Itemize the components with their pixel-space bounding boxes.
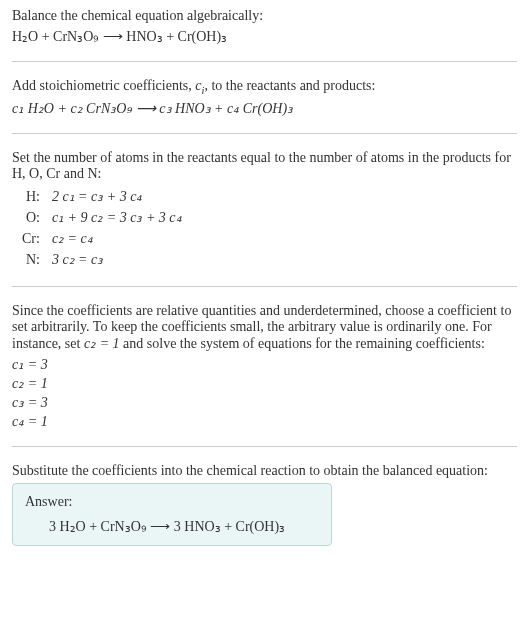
- atom-table: H: 2 c₁ = c₃ + 3 c₄ O: c₁ + 9 c₂ = 3 c₃ …: [16, 186, 188, 270]
- section-atoms: Set the number of atoms in the reactants…: [12, 133, 517, 270]
- atom-eq: 2 c₁ = c₃ + 3 c₄: [46, 186, 188, 207]
- atom-eq: c₂ = c₄: [46, 228, 188, 249]
- table-row: O: c₁ + 9 c₂ = 3 c₃ + 3 c₄: [16, 207, 188, 228]
- table-row: Cr: c₂ = c₄: [16, 228, 188, 249]
- atom-eq: c₁ + 9 c₂ = 3 c₃ + 3 c₄: [46, 207, 188, 228]
- atom-label: O:: [16, 207, 46, 228]
- section-coefficients: Add stoichiometric coefficients, ci, to …: [12, 61, 517, 117]
- atom-label: Cr:: [16, 228, 46, 249]
- atoms-intro: Set the number of atoms in the reactants…: [12, 150, 517, 182]
- unbalanced-equation: H₂O + CrN₃O₉ ⟶ HNO₃ + Cr(OH)₃: [12, 28, 517, 45]
- coef-value: c₁ = 3: [12, 356, 517, 373]
- solve-text-b: and solve the system of equations for th…: [120, 336, 485, 351]
- atom-label: N:: [16, 249, 46, 270]
- coef-text-a: Add stoichiometric coefficients,: [12, 78, 195, 93]
- coef-value: c₃ = 3: [12, 394, 517, 411]
- answer-box: Answer: 3 H₂O + CrN₃O₉ ⟶ 3 HNO₃ + Cr(OH)…: [12, 483, 332, 546]
- solve-text: Since the coefficients are relative quan…: [12, 303, 517, 352]
- atom-eq: 3 c₂ = c₃: [46, 249, 188, 270]
- table-row: H: 2 c₁ = c₃ + 3 c₄: [16, 186, 188, 207]
- section-solve: Since the coefficients are relative quan…: [12, 286, 517, 430]
- coef-value: c₂ = 1: [12, 375, 517, 392]
- coef-value: c₄ = 1: [12, 413, 517, 430]
- coef-intro: Add stoichiometric coefficients, ci, to …: [12, 78, 517, 96]
- balanced-equation: 3 H₂O + CrN₃O₉ ⟶ 3 HNO₃ + Cr(OH)₃: [49, 518, 319, 535]
- section-prompt: Balance the chemical equation algebraica…: [12, 8, 517, 45]
- prompt-text: Balance the chemical equation algebraica…: [12, 8, 517, 24]
- answer-label: Answer:: [25, 494, 319, 510]
- table-row: N: 3 c₂ = c₃: [16, 249, 188, 270]
- coef-text-b: , to the reactants and products:: [204, 78, 375, 93]
- substitute-text: Substitute the coefficients into the che…: [12, 463, 517, 479]
- c2-set: c₂ = 1: [84, 336, 120, 351]
- atom-label: H:: [16, 186, 46, 207]
- section-substitute: Substitute the coefficients into the che…: [12, 446, 517, 546]
- coef-solutions: c₁ = 3 c₂ = 1 c₃ = 3 c₄ = 1: [12, 356, 517, 430]
- coef-equation: c₁ H₂O + c₂ CrN₃O₉ ⟶ c₃ HNO₃ + c₄ Cr(OH)…: [12, 100, 517, 117]
